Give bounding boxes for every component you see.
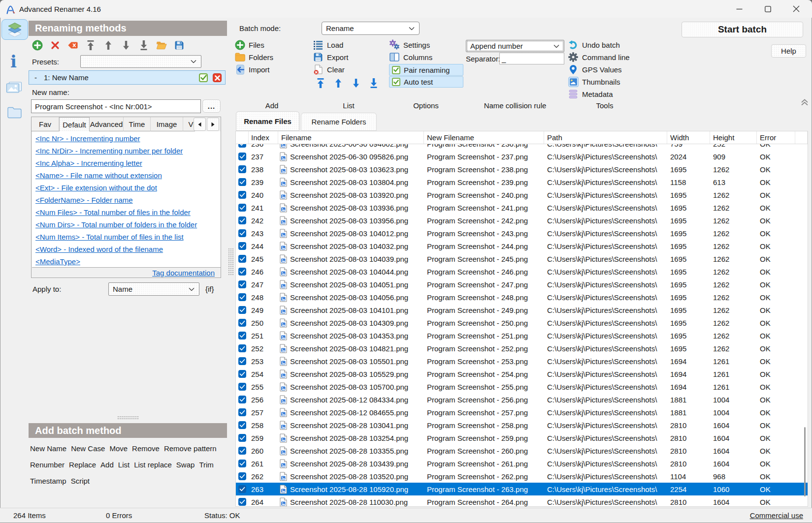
sidebar-item-images[interactable] bbox=[6, 82, 22, 93]
if-condition-button[interactable]: {if} bbox=[205, 282, 214, 296]
export-list-button[interactable]: Export bbox=[313, 51, 348, 63]
open-preset-button[interactable] bbox=[156, 40, 167, 51]
help-button[interactable]: Help bbox=[771, 44, 806, 58]
row-checkbox-checked[interactable] bbox=[238, 165, 246, 173]
tag-tab-fav[interactable]: Fav bbox=[32, 117, 59, 131]
method-enabled-checkbox[interactable] bbox=[199, 73, 208, 82]
row-checkbox-checked[interactable] bbox=[238, 144, 246, 148]
batch-mode-combobox[interactable]: Rename bbox=[322, 22, 420, 35]
row-checkbox-checked[interactable] bbox=[238, 319, 246, 327]
thumbnails-button[interactable]: Thumbnails bbox=[568, 76, 620, 88]
tag-link[interactable]: <FolderName> - Folder name bbox=[35, 196, 133, 204]
column-header-new-filename[interactable]: New Filename bbox=[424, 131, 544, 144]
tag-link[interactable]: <Ext> - File extension without the dot bbox=[35, 184, 157, 192]
table-row[interactable]: 253 Screenshot 2025-08-03 105501.png Pro… bbox=[236, 355, 808, 368]
add-method-link[interactable]: Script bbox=[71, 477, 90, 485]
columns-button[interactable]: Columns bbox=[389, 51, 432, 63]
row-checkbox-checked[interactable] bbox=[238, 229, 246, 237]
add-files-button[interactable]: Files bbox=[234, 39, 264, 51]
add-method-button[interactable] bbox=[32, 40, 43, 51]
table-row[interactable]: 249 Screenshot 2025-08-03 104101.png Pro… bbox=[236, 304, 808, 316]
maximize-button[interactable] bbox=[756, 0, 779, 18]
tab-scroll-left-button[interactable] bbox=[194, 118, 206, 131]
row-checkbox-checked[interactable] bbox=[238, 153, 246, 160]
add-folders-button[interactable]: Folders bbox=[234, 51, 273, 63]
metadata-button[interactable]: Metadata bbox=[568, 88, 613, 100]
table-row[interactable]: 264 Screenshot 2025-08-28 110030.png Pro… bbox=[236, 495, 808, 506]
tab-scroll-right-button[interactable] bbox=[207, 118, 219, 131]
minimize-button[interactable] bbox=[728, 0, 750, 18]
collapse-toolbar-button[interactable] bbox=[801, 99, 809, 107]
presets-combobox[interactable] bbox=[80, 55, 201, 68]
table-row[interactable]: 259 Screenshot 2025-08-28 103254.png Pro… bbox=[236, 431, 808, 444]
row-checkbox-checked[interactable] bbox=[238, 255, 246, 263]
row-checkbox-checked[interactable] bbox=[238, 268, 246, 276]
start-batch-button[interactable]: Start batch bbox=[682, 22, 803, 37]
table-row[interactable]: 245 Screenshot 2025-08-03 104039.png Pro… bbox=[236, 252, 808, 265]
row-checkbox-checked[interactable] bbox=[238, 191, 246, 199]
row-checkbox-checked[interactable] bbox=[238, 332, 246, 339]
table-row[interactable]: 250 Screenshot 2025-08-03 104309.png Pro… bbox=[236, 316, 808, 329]
add-method-link[interactable]: Trim bbox=[199, 461, 213, 469]
add-method-link[interactable]: Remove bbox=[132, 444, 160, 453]
method-delete-button[interactable] bbox=[213, 73, 222, 82]
table-row[interactable]: 256 Screenshot 2025-08-12 084334.png Pro… bbox=[236, 393, 808, 406]
row-checkbox-checked[interactable] bbox=[238, 434, 246, 442]
table-row[interactable]: 251 Screenshot 2025-08-03 104353.png Pro… bbox=[236, 329, 808, 342]
column-header-checkbox[interactable] bbox=[236, 131, 249, 144]
table-row[interactable]: 242 Screenshot 2025-08-03 103956.png Pro… bbox=[236, 214, 808, 227]
add-method-link[interactable]: Timestamp bbox=[30, 477, 66, 485]
add-method-link[interactable]: New Case bbox=[71, 444, 105, 453]
clear-methods-button[interactable] bbox=[67, 40, 78, 51]
add-method-link[interactable]: Swap bbox=[176, 461, 195, 469]
apply-to-combobox[interactable]: Name bbox=[108, 282, 199, 296]
table-row[interactable]: 239 Screenshot 2025-08-03 103804.png Pro… bbox=[236, 176, 808, 188]
method-collapse-toggle[interactable]: - bbox=[34, 73, 37, 82]
table-row[interactable]: 240 Screenshot 2025-08-03 103920.png Pro… bbox=[236, 188, 808, 201]
table-row[interactable]: 237 Screenshot 2025-06-30 095826.png Pro… bbox=[236, 150, 808, 163]
tag-link[interactable]: <Inc NrDir> - Incrementing number per fo… bbox=[35, 147, 183, 155]
row-checkbox-checked[interactable] bbox=[238, 178, 246, 186]
row-checkbox-checked[interactable] bbox=[238, 242, 246, 250]
row-checkbox-checked[interactable] bbox=[238, 370, 246, 378]
column-header-error[interactable]: Error bbox=[757, 131, 795, 144]
table-row[interactable]: 248 Screenshot 2025-08-03 104056.png Pro… bbox=[236, 291, 808, 304]
table-row[interactable]: 243 Screenshot 2025-08-03 104012.png Pro… bbox=[236, 227, 808, 240]
add-method-link[interactable]: New Name bbox=[30, 444, 66, 453]
list-move-bottom-button[interactable] bbox=[368, 78, 379, 89]
add-method-link[interactable]: Replace bbox=[69, 461, 96, 469]
save-preset-button[interactable] bbox=[174, 40, 185, 51]
table-row[interactable]: 254 Screenshot 2025-08-03 105529.png Pro… bbox=[236, 368, 808, 380]
row-checkbox-checked[interactable] bbox=[238, 472, 246, 480]
tag-tab-advanced[interactable]: Advanced bbox=[90, 117, 124, 131]
table-row[interactable]: 261 Screenshot 2025-08-28 103439.png Pro… bbox=[236, 457, 808, 470]
import-button[interactable]: Import bbox=[234, 63, 270, 75]
sidebar-item-folders[interactable] bbox=[7, 106, 22, 119]
horizontal-splitter-grip[interactable] bbox=[117, 416, 139, 420]
row-checkbox-checked[interactable] bbox=[238, 293, 246, 301]
column-header-index[interactable]: Index bbox=[249, 131, 278, 144]
add-method-link[interactable]: Remove pattern bbox=[164, 444, 217, 453]
tag-link[interactable]: <Inc Alpha> - Incrementing letter bbox=[35, 159, 142, 167]
move-method-bottom-button[interactable] bbox=[138, 40, 149, 51]
row-checkbox-checked[interactable] bbox=[238, 280, 246, 288]
sidebar-item-info[interactable]: i bbox=[9, 54, 20, 68]
table-row[interactable]: 257 Screenshot 2025-08-12 084655.png Pro… bbox=[236, 406, 808, 419]
row-checkbox-checked[interactable] bbox=[238, 421, 246, 429]
column-header-path[interactable]: Path bbox=[544, 131, 667, 144]
table-row[interactable]: 238 Screenshot 2025-08-03 103623.png Pro… bbox=[236, 163, 808, 176]
tag-link[interactable]: <Inc Nr> - Incrementing number bbox=[35, 134, 140, 143]
tag-tab-image[interactable]: Image bbox=[151, 117, 183, 131]
table-row[interactable]: 241 Screenshot 2025-08-03 103936.png Pro… bbox=[236, 201, 808, 214]
row-checkbox-checked[interactable] bbox=[238, 216, 246, 224]
new-name-browse-button[interactable]: ... bbox=[202, 99, 221, 113]
tag-link[interactable]: <MediaType> bbox=[35, 257, 80, 266]
sidebar-item-renaming-methods[interactable] bbox=[1, 19, 28, 40]
tag-documentation-link[interactable]: Tag documentation bbox=[152, 269, 215, 277]
row-checkbox-checked[interactable] bbox=[238, 357, 246, 365]
tab-rename-files[interactable]: Rename Files bbox=[236, 111, 299, 131]
list-move-down-button[interactable] bbox=[351, 78, 361, 89]
row-checkbox-checked[interactable] bbox=[238, 447, 246, 455]
list-move-up-button[interactable] bbox=[333, 78, 344, 89]
table-row[interactable]: 255 Screenshot 2025-08-03 105700.png Pro… bbox=[236, 380, 808, 393]
